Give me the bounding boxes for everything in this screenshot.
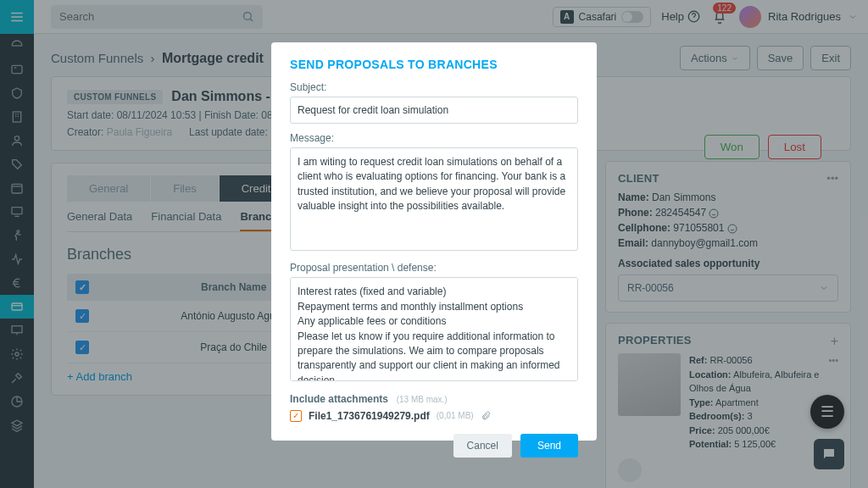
attachment-checkbox[interactable]: ✓ [290,410,302,422]
defense-textarea[interactable] [290,277,578,380]
attachments-label: Include attachments [290,393,388,405]
attachment-size: (0,01 MB) [437,411,474,420]
message-textarea[interactable] [290,147,578,251]
subject-input[interactable] [290,97,578,124]
cancel-button[interactable]: Cancel [453,434,512,458]
modal-overlay[interactable]: SEND PROPOSALS TO BRANCHES Subject: Mess… [0,0,868,488]
attachments-hint: (13 MB max.) [397,395,448,404]
subject-label: Subject: [290,81,578,93]
send-button[interactable]: Send [520,434,578,458]
message-label: Message: [290,132,578,144]
attachment-filename: File1_1736761949279.pdf [309,410,430,422]
send-proposals-modal: SEND PROPOSALS TO BRANCHES Subject: Mess… [271,42,597,441]
modal-title: SEND PROPOSALS TO BRANCHES [290,58,578,71]
paperclip-icon[interactable] [481,411,491,421]
defense-label: Proposal presentation \ defense: [290,262,578,274]
